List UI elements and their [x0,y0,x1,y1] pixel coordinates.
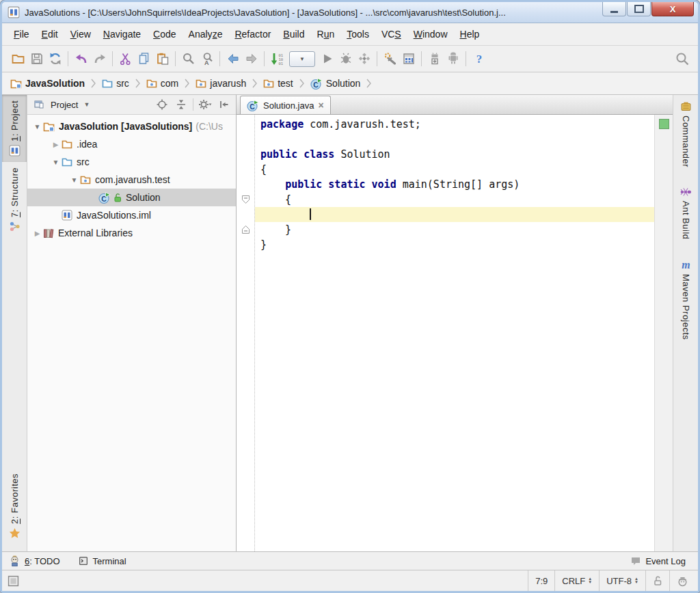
code-editor[interactable]: package com.javarush.test;public class S… [255,115,654,551]
tree-item-solution[interactable]: CSolution [27,189,236,206]
find-button[interactable] [179,50,198,68]
fold-marker-end[interactable] [237,222,254,237]
tool-stripe-maven-projects[interactable]: mMaven Projects [673,253,698,346]
project-structure-button[interactable] [399,50,418,68]
cut-button[interactable] [116,50,135,68]
breadcrumb-item-javasolution[interactable]: JavaSolution [9,77,86,90]
breadcrumb-item-src[interactable]: src [100,77,131,90]
undo-button[interactable] [72,50,90,68]
menu-run[interactable]: Run [311,26,341,42]
tool-stripe-project[interactable]: 1: Project [2,95,27,162]
menu-navigate[interactable]: Navigate [97,26,147,42]
tree-item-com-javarush-test[interactable]: ▼com.javarush.test [27,171,236,189]
code-line-3[interactable]: public class Solution [255,147,654,162]
run-button[interactable] [318,50,336,68]
avd-manager-button[interactable] [444,50,462,68]
copy-button[interactable] [135,50,153,68]
menu-file[interactable]: File [8,26,36,42]
code-line-8[interactable]: } [255,222,654,237]
tree-item-src[interactable]: ▼src [27,153,236,171]
coverage-button[interactable] [355,50,373,68]
menu-window[interactable]: Window [407,26,454,42]
project-panel-title[interactable]: Project [51,100,78,110]
tree-item-javasolution-javasolutions-[interactable]: ▼JavaSolution [JavaSolutions](C:\Us [27,118,236,135]
code-line-4[interactable]: { [255,162,654,177]
open-folder-button[interactable] [9,50,27,68]
chevron-expanded-icon[interactable]: ▼ [31,123,43,130]
fold-marker-start[interactable] [237,192,254,207]
tree-item-external-libraries[interactable]: ▶External Libraries [27,224,236,242]
paste-button[interactable] [153,50,172,68]
chevron-expanded-icon[interactable]: ▼ [68,176,80,184]
back-button[interactable] [224,50,242,68]
code-line-7[interactable] [255,207,654,222]
tab-close-icon[interactable]: × [318,100,323,110]
sort-lines-button[interactable]: 011001 [268,50,286,68]
menu-refactor[interactable]: Refactor [228,26,277,42]
line-separator-value: CRLF [562,576,585,586]
menu-code[interactable]: Code [147,26,182,42]
unlock-icon[interactable] [645,570,669,591]
line-separator-widget[interactable]: CRLF ▲▼ [554,570,599,591]
breadcrumb-item-com[interactable]: com [145,77,180,90]
chevron-expanded-icon[interactable]: ▼ [50,158,62,166]
menu-view[interactable]: View [64,26,97,42]
maximize-button[interactable] [627,2,651,16]
menu-edit[interactable]: Edit [36,26,64,42]
tool-window-button-event-log[interactable]: Event Log [630,555,686,566]
breadcrumb-item-test[interactable]: test [262,77,295,90]
code-line-1[interactable]: package com.javarush.test; [255,117,654,132]
help-button[interactable]: ? [470,50,488,68]
chevron-collapsed-icon[interactable]: ▶ [31,230,43,237]
menu-analyze[interactable]: Analyze [183,26,229,42]
sync-button[interactable] [46,50,64,68]
gear-icon[interactable] [198,97,213,112]
breadcrumb-item-solution[interactable]: CSolution [309,77,362,91]
menu-build[interactable]: Build [277,26,310,42]
chevron-down-icon[interactable]: ▼ [83,101,90,108]
hector-icon[interactable] [669,570,698,591]
run-config-combo[interactable]: ▼ [289,51,315,67]
code-line-2[interactable] [255,132,654,147]
collapse-all-icon[interactable] [174,97,189,112]
tool-stripe-structure[interactable]: 7: Structure [2,162,27,238]
menu-tools[interactable]: Tools [340,26,375,42]
caret-position-widget[interactable]: 7:9 [528,570,554,591]
tree-item-javasolutions-iml[interactable]: JavaSolutions.iml [27,206,236,224]
error-stripe[interactable] [654,115,673,551]
title-bar[interactable]: JavaSolutions - [C:\Users\JohnSquirrels\… [2,2,698,23]
menu-help[interactable]: Help [454,26,486,42]
tree-item--idea[interactable]: ▶.idea [27,135,236,153]
locate-icon[interactable] [154,97,170,112]
encoding-widget[interactable]: UTF-8 ▲▼ [599,570,645,591]
sdk-manager-button[interactable] [425,50,444,68]
breadcrumb-item-javarush[interactable]: javarush [194,77,247,90]
save-button[interactable] [27,50,46,68]
close-button[interactable]: X [651,2,694,16]
editor-tab-label: Solution.java [263,100,314,111]
hide-panel-icon[interactable] [217,97,232,112]
forward-button[interactable] [242,50,260,68]
settings-button[interactable] [381,50,399,68]
replace-button[interactable]: A [198,50,216,68]
code-line-5[interactable]: public static void main(String[] args) [255,177,654,192]
tool-stripe-commander[interactable]: Commander [673,95,698,173]
debug-button[interactable] [336,50,355,68]
minimize-button[interactable] [602,2,626,16]
redo-button[interactable] [90,50,109,68]
tool-stripe-ant-build[interactable]: Ant Build [673,181,698,245]
editor-gutter[interactable] [237,115,255,551]
toolwindow-toggle-icon[interactable] [2,575,25,587]
code-line-9[interactable]: } [255,237,654,252]
chevron-collapsed-icon[interactable]: ▶ [50,141,62,148]
menu-vcs[interactable]: VCS [375,26,407,42]
tool-window-button-todo[interactable]: 6: TODO [9,555,60,567]
tool-window-button-terminal[interactable]: Terminal [78,555,126,566]
cut-icon [119,52,133,66]
editor-tab-solution-java[interactable]: C Solution.java × [240,96,331,114]
idea-logo-icon [8,6,20,18]
iml-icon [62,210,72,221]
tool-stripe-favorites[interactable]: 2: Favorites [2,468,27,544]
code-line-6[interactable]: { [255,192,654,207]
search-everywhere-button[interactable] [673,50,691,68]
